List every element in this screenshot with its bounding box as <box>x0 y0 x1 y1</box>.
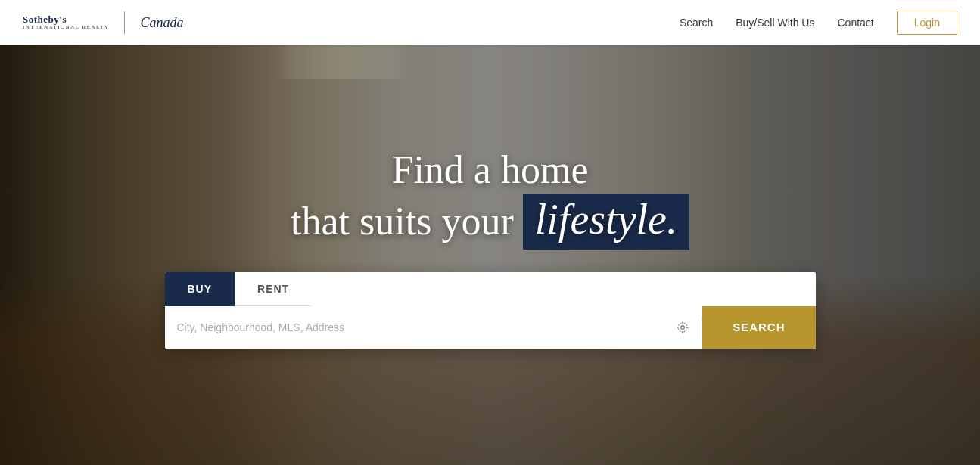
sothebys-name: Sotheby's <box>23 14 109 24</box>
nav-buy-sell[interactable]: Buy/Sell With Us <box>736 17 814 29</box>
headline-highlight: lifestyle. <box>523 194 689 250</box>
sothebys-logo: Sotheby's International Realty <box>23 14 109 31</box>
canada-label: Canada <box>140 15 183 31</box>
svg-point-1 <box>678 323 687 332</box>
headline-line2: that suits your lifestyle. <box>291 194 689 250</box>
nav-search[interactable]: Search <box>680 17 713 29</box>
login-button[interactable]: Login <box>897 11 957 35</box>
tab-buy[interactable]: BUY <box>165 272 235 306</box>
hero-section: Find a home that suits your lifestyle. B… <box>0 0 980 465</box>
header: Sotheby's International Realty Canada Se… <box>0 0 980 45</box>
hero-content: Find a home that suits your lifestyle. B… <box>0 45 980 465</box>
search-input[interactable] <box>177 321 677 333</box>
search-tabs: BUY RENT <box>165 272 816 306</box>
location-icon[interactable] <box>676 321 689 334</box>
svg-point-0 <box>681 326 685 330</box>
headline-prefix: that suits your <box>291 198 514 245</box>
tab-rent[interactable]: RENT <box>235 272 312 306</box>
search-input-row: Search <box>165 306 816 349</box>
search-input-wrapper <box>165 321 702 334</box>
sothebys-sub: International Realty <box>23 24 109 31</box>
location-icon-svg <box>676 321 689 334</box>
hero-headline: Find a home that suits your lifestyle. <box>291 147 689 250</box>
headline-line1: Find a home <box>291 147 689 194</box>
main-nav: Search Buy/Sell With Us Contact Login <box>680 11 957 35</box>
search-panel: BUY RENT Search <box>165 272 816 349</box>
logo-area: Sotheby's International Realty Canada <box>23 11 183 34</box>
nav-contact[interactable]: Contact <box>837 17 873 29</box>
search-button[interactable]: Search <box>702 306 815 349</box>
logo-divider <box>124 11 125 34</box>
